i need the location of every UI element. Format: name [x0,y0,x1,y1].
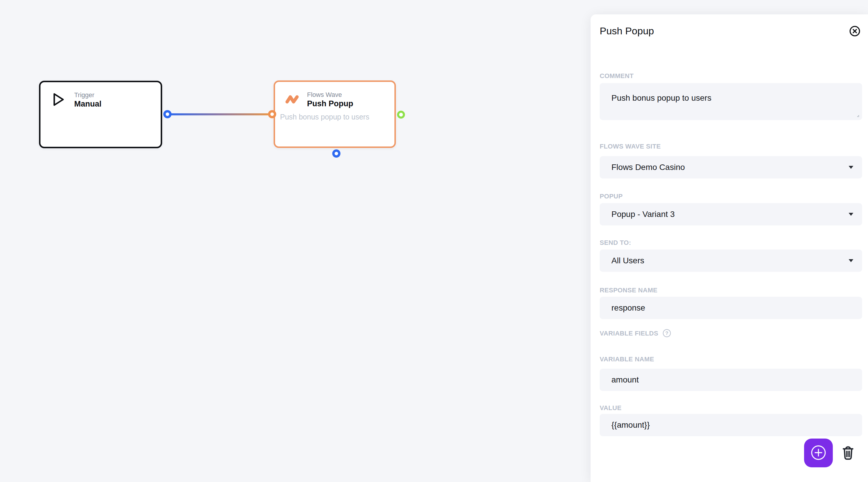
edge-trigger-to-push [167,113,272,115]
close-panel-button[interactable] [849,25,861,37]
circle-x-icon [849,33,861,38]
selected-option: Popup - Variant 3 [612,209,675,219]
port-push-input[interactable] [268,110,276,118]
port-push-output[interactable] [397,111,405,119]
node-push-popup[interactable]: Flows Wave Push Popup Push bonus popup t… [274,80,396,148]
port-push-bottom[interactable] [332,149,340,158]
flows-wave-site-label: FLOWS WAVE SITE [600,142,862,150]
play-icon [52,92,65,109]
value-input[interactable] [600,414,862,436]
send-to-select[interactable]: All Users [600,250,862,272]
node-config-panel: Push Popup COMMENT Push bonus popup to u… [591,15,868,482]
variable-fields-label: VARIABLE FIELDS ? [600,329,862,338]
node-category: Trigger [74,91,101,99]
node-category: Flows Wave [307,91,353,98]
svg-text:?: ? [665,331,668,336]
value-label: VALUE [600,404,862,412]
chevron-down-icon [849,259,853,262]
plus-circle-icon [811,445,826,461]
panel-title: Push Popup [600,24,862,37]
resize-handle[interactable] [855,112,859,118]
node-trigger-manual[interactable]: Trigger Manual [39,81,162,148]
port-trigger-output[interactable] [163,110,172,118]
selected-option: All Users [612,256,644,265]
popup-label: POPUP [600,192,862,200]
selected-option: Flows Demo Casino [612,163,685,172]
chevron-down-icon [849,213,853,216]
node-description: Push bonus popup to users [275,112,395,121]
flows-wave-icon [285,94,300,105]
response-name-label: RESPONSE NAME [600,286,862,294]
question-circle-icon[interactable]: ? [662,329,671,338]
add-variable-button[interactable] [804,438,833,467]
comment-textarea[interactable]: Push bonus popup to users [600,83,862,120]
chevron-down-icon [849,166,853,169]
node-title: Manual [74,99,101,109]
flows-wave-site-select[interactable]: Flows Demo Casino [600,156,862,178]
variable-name-input[interactable] [600,369,862,391]
response-name-input[interactable] [600,297,862,319]
delete-variable-button[interactable] [842,445,855,461]
comment-label: COMMENT [600,72,862,80]
variable-name-label: VARIABLE NAME [600,355,862,363]
send-to-label: SEND TO: [600,239,862,247]
trash-icon [842,445,855,461]
popup-select[interactable]: Popup - Variant 3 [600,203,862,225]
variable-field-actions [600,438,862,467]
node-title: Push Popup [307,98,353,109]
